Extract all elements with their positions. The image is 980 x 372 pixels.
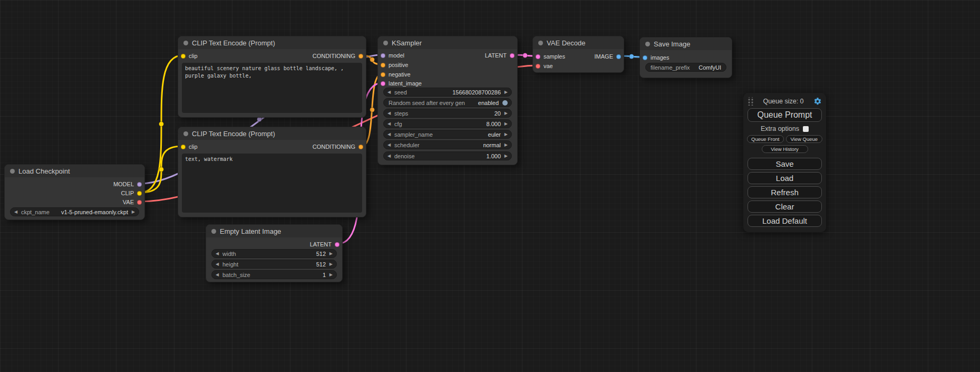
port-dot-image[interactable]: [616, 54, 621, 59]
node-title: CLIP Text Encode (Prompt): [192, 130, 275, 138]
drag-handle-icon[interactable]: [747, 97, 753, 106]
node-collapse-dot[interactable]: [10, 169, 15, 174]
decrement-arrow-icon[interactable]: ◀: [387, 111, 393, 116]
output-port-clip[interactable]: CLIP: [7, 189, 142, 197]
increment-arrow-icon[interactable]: ▶: [502, 132, 508, 137]
input-port-positive[interactable]: positive: [381, 61, 515, 69]
widget-seed[interactable]: ◀ seed 156680208700286 ▶: [383, 88, 512, 97]
node-ksampler[interactable]: KSampler model positive negative latent_…: [377, 36, 518, 165]
queue-front-button[interactable]: Queue Front: [747, 135, 784, 143]
port-dot-image[interactable]: [643, 55, 647, 60]
widget-width[interactable]: ◀ width 512 ▶: [211, 249, 337, 258]
node-collapse-dot[interactable]: [211, 229, 216, 234]
node-collapse-dot[interactable]: [538, 41, 543, 45]
decrement-arrow-icon[interactable]: ◀: [387, 154, 393, 158]
node-vae-decode[interactable]: VAE Decode samples vae IMAGE: [532, 36, 624, 73]
widget-height[interactable]: ◀ height 512 ▶: [211, 260, 337, 269]
increment-arrow-icon[interactable]: ▶: [502, 111, 508, 116]
increment-arrow-icon[interactable]: ▶: [502, 143, 508, 147]
decrement-arrow-icon[interactable]: ◀: [216, 262, 221, 266]
settings-gear-icon[interactable]: [813, 97, 822, 106]
widget-label: ckpt_name: [21, 209, 50, 215]
node-title-bar[interactable]: VAE Decode: [533, 36, 624, 49]
port-dot-model[interactable]: [137, 182, 142, 187]
clear-button[interactable]: Clear: [748, 201, 822, 213]
output-port-conditioning[interactable]: CONDITIONING: [181, 52, 363, 60]
prompt-textarea[interactable]: beautiful scenery nature glass bottle la…: [182, 63, 362, 113]
node-title-bar[interactable]: Save Image: [640, 37, 732, 50]
output-port-latent[interactable]: LATENT: [381, 52, 515, 59]
node-title-bar[interactable]: Load Checkpoint: [5, 165, 144, 177]
input-port-latent-image[interactable]: latent_image: [381, 80, 515, 87]
increment-arrow-icon[interactable]: ▶: [502, 122, 508, 126]
node-collapse-dot[interactable]: [383, 41, 388, 45]
save-button[interactable]: Save: [748, 158, 822, 170]
refresh-button[interactable]: Refresh: [748, 186, 822, 198]
widget-sampler-name[interactable]: ◀ sampler_name euler ▶: [383, 130, 512, 139]
input-port-negative[interactable]: negative: [381, 71, 515, 78]
view-queue-button[interactable]: View Queue: [786, 135, 823, 143]
port-dot-clip[interactable]: [137, 191, 142, 196]
node-title-bar[interactable]: CLIP Text Encode (Prompt): [178, 36, 366, 49]
decrement-arrow-icon[interactable]: ◀: [14, 210, 20, 214]
load-button[interactable]: Load: [748, 172, 822, 184]
view-history-button[interactable]: View History: [762, 145, 808, 153]
port-dot-conditioning[interactable]: [381, 72, 385, 77]
decrement-arrow-icon[interactable]: ◀: [387, 132, 393, 137]
port-dot-latent[interactable]: [381, 81, 385, 86]
decrement-arrow-icon[interactable]: ◀: [216, 273, 221, 277]
input-port-vae[interactable]: vae: [536, 62, 621, 70]
node-graph-canvas[interactable]: Load Checkpoint MODEL CLIP VAE ◀ ckpt_na…: [0, 0, 980, 372]
input-port-images[interactable]: images: [643, 54, 729, 61]
widget-denoise[interactable]: ◀ denoise 1.000 ▶: [383, 151, 512, 160]
port-dot-conditioning[interactable]: [381, 63, 385, 68]
widget-steps[interactable]: ◀ steps 20 ▶: [383, 109, 512, 118]
decrement-arrow-icon[interactable]: ◀: [387, 90, 393, 94]
node-clip-text-encode-negative[interactable]: CLIP Text Encode (Prompt) clip CONDITION…: [178, 127, 366, 217]
prompt-textarea[interactable]: text, watermark: [182, 154, 362, 213]
node-collapse-dot[interactable]: [183, 41, 188, 45]
output-port-latent[interactable]: LATENT: [209, 241, 339, 248]
node-collapse-dot[interactable]: [645, 42, 650, 46]
port-dot-latent[interactable]: [510, 53, 515, 58]
widget-value: 1.000: [486, 153, 501, 159]
widget-batch-size[interactable]: ◀ batch_size 1 ▶: [211, 270, 337, 279]
queue-prompt-button[interactable]: Queue Prompt: [748, 108, 822, 122]
port-dot-latent[interactable]: [335, 242, 339, 247]
output-port-conditioning[interactable]: CONDITIONING: [181, 143, 363, 150]
decrement-arrow-icon[interactable]: ◀: [387, 122, 393, 126]
widget-random-seed-toggle[interactable]: Random seed after every gen enabled: [383, 98, 512, 107]
increment-arrow-icon[interactable]: ▶: [502, 90, 508, 94]
widget-filename-prefix[interactable]: filename_prefix ComfyUI: [645, 63, 726, 72]
node-clip-text-encode-positive[interactable]: CLIP Text Encode (Prompt) clip CONDITION…: [178, 36, 366, 118]
port-label: vae: [544, 63, 553, 69]
node-save-image[interactable]: Save Image images filename_prefix ComfyU…: [639, 37, 732, 78]
node-empty-latent-image[interactable]: Empty Latent Image LATENT ◀ width 512 ▶ …: [206, 224, 343, 282]
node-collapse-dot[interactable]: [183, 131, 188, 136]
port-dot-vae[interactable]: [137, 200, 142, 205]
port-dot-conditioning[interactable]: [358, 54, 363, 59]
increment-arrow-icon[interactable]: ▶: [129, 210, 135, 214]
widget-cfg[interactable]: ◀ cfg 8.000 ▶: [383, 119, 512, 128]
decrement-arrow-icon[interactable]: ◀: [387, 143, 393, 147]
extra-options-checkbox[interactable]: [803, 126, 809, 132]
increment-arrow-icon[interactable]: ▶: [327, 262, 333, 266]
decrement-arrow-icon[interactable]: ◀: [216, 252, 221, 256]
node-title-bar[interactable]: KSampler: [378, 36, 517, 49]
increment-arrow-icon[interactable]: ▶: [327, 273, 333, 277]
widget-scheduler[interactable]: ◀ scheduler normal ▶: [383, 140, 512, 149]
node-load-checkpoint[interactable]: Load Checkpoint MODEL CLIP VAE ◀ ckpt_na…: [4, 164, 145, 220]
widget-value: 512: [316, 251, 326, 257]
increment-arrow-icon[interactable]: ▶: [327, 252, 333, 256]
port-dot-vae[interactable]: [536, 64, 540, 69]
increment-arrow-icon[interactable]: ▶: [502, 154, 508, 158]
toggle-dot-icon[interactable]: [502, 100, 508, 106]
output-port-image[interactable]: IMAGE: [536, 53, 621, 60]
widget-ckpt-name[interactable]: ◀ ckpt_name v1-5-pruned-emaonly.ckpt ▶: [10, 207, 139, 216]
output-port-vae[interactable]: VAE: [7, 198, 142, 206]
output-port-model[interactable]: MODEL: [7, 180, 142, 188]
load-default-button[interactable]: Load Default: [748, 215, 822, 227]
node-title-bar[interactable]: Empty Latent Image: [206, 225, 342, 237]
port-dot-conditioning[interactable]: [358, 145, 363, 149]
node-title-bar[interactable]: CLIP Text Encode (Prompt): [178, 127, 366, 140]
